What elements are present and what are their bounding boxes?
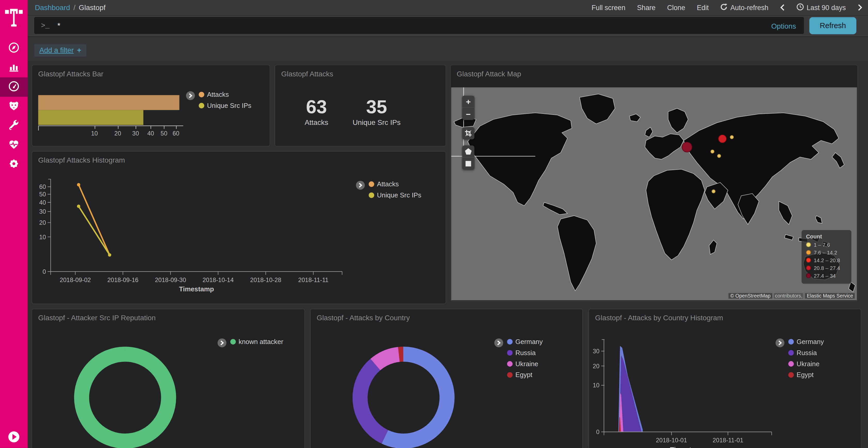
crop-tool-button[interactable] [462, 127, 474, 139]
x-axis-title: Timestamp [670, 446, 705, 448]
legend-dot [788, 339, 794, 345]
collapse-sidebar-button[interactable] [8, 431, 20, 443]
panel-attacks-by-country: Glastopf - Attacks by Country Germany Ru… [310, 309, 583, 448]
world-map[interactable]: + − Count [451, 88, 857, 300]
sidebar-item-dashboard[interactable] [0, 77, 28, 97]
clone-button[interactable]: Clone [667, 4, 685, 11]
reputation-donut-chart[interactable] [71, 344, 179, 448]
legend-expand-button[interactable] [218, 338, 226, 347]
map-legend-item: 7.6 – 14.2 [806, 249, 847, 255]
panel-title: Glastopf - Attacker Src IP Reputation [32, 309, 304, 322]
legend-item[interactable]: Ukraine [507, 360, 543, 368]
svg-text:2018-09-30: 2018-09-30 [155, 277, 186, 283]
country-legend: Germany Russia Ukraine Egypt [494, 338, 543, 379]
line-chart[interactable]: 0 10 20 30 40 50 60 2018-09-02 2018-09-1… [32, 151, 446, 304]
search-input[interactable]: >_ * [34, 17, 804, 34]
legend-item[interactable]: Russia [507, 349, 543, 357]
attack-point[interactable] [730, 136, 734, 139]
full-screen-button[interactable]: Full screen [592, 4, 625, 11]
legend-item[interactable]: Attacks [369, 180, 421, 188]
plus-icon: + [77, 46, 81, 54]
svg-text:20: 20 [593, 363, 599, 370]
legend-expand-button[interactable] [186, 91, 195, 100]
legend-item[interactable]: Unique Src IPs [369, 191, 421, 199]
draw-polygon-button[interactable] [462, 145, 474, 158]
country-donut-chart[interactable] [350, 344, 457, 448]
panel-title: Glastopf Attacks Bar [32, 65, 270, 78]
clock-icon [797, 3, 804, 12]
time-back-button[interactable] [780, 4, 785, 11]
bar-unique-src-ips[interactable] [38, 110, 144, 125]
legend-expand-button[interactable] [356, 181, 365, 190]
legend-item[interactable]: Unique Src IPs [199, 102, 251, 109]
svg-text:20: 20 [39, 219, 46, 226]
metric-label: Unique Src IPs [352, 118, 401, 127]
refresh-cycle-icon [720, 3, 728, 12]
legend-item[interactable]: Attacks [199, 91, 251, 98]
sidebar-item-timelion[interactable] [0, 97, 28, 116]
sidebar-item-visualize[interactable] [0, 58, 28, 77]
legend-dot [507, 361, 513, 367]
panel-attacks-bar: Glastopf Attacks Bar 102030405060 Attack… [32, 65, 270, 146]
legend-item[interactable]: Germany [507, 338, 543, 346]
legend-item[interactable]: Russia [788, 349, 824, 357]
top-nav: Dashboard / Glastopf Full screen Share C… [28, 0, 868, 15]
legend-item[interactable]: Germany [788, 338, 824, 346]
attack-point[interactable] [710, 149, 714, 153]
x-axis-title: Timestamp [179, 285, 214, 292]
legend-expand-button[interactable] [494, 338, 503, 347]
breadcrumb-dashboard-link[interactable]: Dashboard [35, 3, 70, 12]
attack-point[interactable] [718, 135, 727, 143]
sidebar-item-discover[interactable] [0, 39, 28, 58]
top-nav-menu: Full screen Share Clone Edit Auto-refres… [592, 3, 863, 12]
svg-text:2018-11-01: 2018-11-01 [712, 437, 743, 444]
add-filter-button[interactable]: Add a filter + [34, 44, 86, 56]
attack-point[interactable] [682, 142, 692, 152]
share-button[interactable]: Share [637, 4, 655, 11]
legend-item[interactable]: known attacker [230, 338, 283, 346]
elastic-maps-link[interactable]: Elastic Maps Service [805, 293, 855, 299]
refresh-button[interactable]: Refresh [809, 17, 857, 34]
panel-attacks-histogram: Glastopf Attacks Histogram 0 [32, 151, 446, 304]
legend-item[interactable]: Egypt [788, 371, 824, 379]
t-mobile-logo[interactable] [0, 4, 28, 29]
attack-point[interactable] [711, 189, 715, 193]
bar-chart[interactable] [38, 95, 188, 125]
panel-attacks-metric: Glastopf Attacks 63 Attacks 35 Unique Sr… [275, 65, 446, 146]
panel-src-ip-reputation: Glastopf - Attacker Src IP Reputation kn… [32, 309, 305, 448]
edit-button[interactable]: Edit [697, 4, 709, 11]
sidebar-item-monitoring[interactable] [0, 136, 28, 155]
time-picker-button[interactable]: Last 90 days [797, 3, 846, 12]
map-legend-item: 14.2 – 20.8 [806, 257, 847, 263]
zoom-in-button[interactable]: + [462, 96, 474, 108]
x-tick-label: 40 [147, 130, 154, 137]
legend-item[interactable]: Egypt [507, 371, 543, 379]
svg-text:2018-09-16: 2018-09-16 [107, 277, 138, 283]
legend-item[interactable]: Ukraine [788, 360, 824, 368]
legend-expand-button[interactable] [776, 338, 784, 347]
options-link[interactable]: Options [771, 15, 796, 36]
sidebar-item-management[interactable] [0, 155, 28, 174]
panel-attack-map: Glastopf Attack Map [450, 65, 858, 302]
time-forward-button[interactable] [858, 4, 862, 11]
openstreetmap-link[interactable]: © OpenStreetMap [729, 293, 772, 299]
attack-point[interactable] [717, 154, 721, 158]
svg-text:50: 50 [39, 191, 46, 198]
legend-dot [507, 350, 513, 355]
svg-text:10: 10 [39, 234, 46, 241]
auto-refresh-button[interactable]: Auto-refresh [720, 3, 769, 12]
legend-dot [199, 103, 204, 108]
gauge-icon [8, 80, 20, 95]
svg-text:30: 30 [593, 348, 599, 354]
donut-slice-known-attacker[interactable] [82, 354, 169, 441]
panel-title: Glastopf - Attacks by Country [311, 309, 582, 322]
x-tick-label: 30 [132, 130, 139, 137]
world-map-land [451, 88, 857, 300]
histogram-legend: Attacks Unique Src IPs [356, 180, 421, 199]
draw-rectangle-button[interactable] [462, 158, 474, 170]
zoom-out-button[interactable]: − [462, 108, 474, 120]
bar-attacks[interactable] [38, 95, 179, 110]
sidebar-item-dev-tools[interactable] [0, 116, 28, 136]
legend-dot [788, 372, 794, 378]
legend-dot [507, 372, 513, 378]
